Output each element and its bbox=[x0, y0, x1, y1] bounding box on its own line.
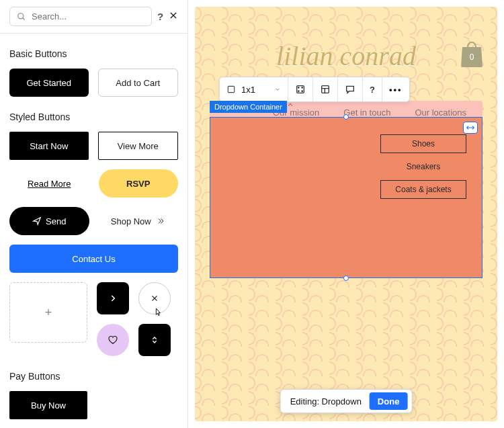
toolbar-layout-button[interactable] bbox=[313, 77, 338, 101]
site-header: lilian conrad bbox=[195, 40, 497, 72]
menu-item-coats[interactable]: Coats & jackets bbox=[380, 180, 466, 199]
add-panel: ? Basic Buttons Get Started Add to Cart … bbox=[0, 0, 188, 428]
toolbar-responsive-button[interactable] bbox=[288, 77, 313, 101]
preset-read-more[interactable]: Read More bbox=[9, 169, 89, 198]
responsive-icon bbox=[295, 84, 306, 95]
chevron-down-icon bbox=[274, 86, 281, 93]
preset-add-to-cart[interactable]: Add to Cart bbox=[98, 69, 179, 97]
svg-point-8 bbox=[298, 87, 299, 88]
cart-bag[interactable]: 0 bbox=[461, 42, 482, 67]
site-preview: lilian conrad 0 1x1 bbox=[195, 7, 497, 421]
section-styled-buttons-title: Styled Buttons bbox=[9, 112, 178, 122]
panel-body: Basic Buttons Get Started Add to Cart St… bbox=[0, 48, 187, 419]
cursor-icon bbox=[153, 307, 163, 318]
preset-rsvp[interactable]: RSVP bbox=[99, 169, 179, 198]
preset-placeholder[interactable]: + bbox=[9, 282, 87, 343]
question-icon: ? bbox=[370, 85, 375, 95]
preset-buy-now[interactable]: Buy Now bbox=[9, 391, 87, 419]
collapse-dropdown-icon[interactable] bbox=[286, 101, 294, 109]
svg-point-11 bbox=[302, 91, 302, 91]
app-root: ? Basic Buttons Get Started Add to Cart … bbox=[0, 0, 504, 428]
selection-label[interactable]: Dropdown Container bbox=[210, 101, 287, 113]
preset-icon-heart[interactable] bbox=[97, 324, 129, 356]
chevron-right-icon bbox=[108, 294, 118, 303]
preset-icon-arrow-right[interactable] bbox=[97, 282, 129, 314]
toolbar-help-button[interactable]: ? bbox=[363, 77, 382, 101]
grid-size-select[interactable]: 1x1 bbox=[220, 77, 288, 101]
done-button[interactable]: Done bbox=[370, 392, 408, 410]
search-icon bbox=[17, 12, 26, 22]
bag-body: 0 bbox=[461, 47, 482, 67]
preset-start-now[interactable]: Start Now bbox=[9, 132, 89, 160]
resize-handle-top[interactable] bbox=[343, 114, 349, 120]
square-icon bbox=[226, 85, 236, 94]
svg-point-9 bbox=[302, 87, 302, 88]
svg-line-1 bbox=[23, 17, 25, 19]
toolbar-comment-button[interactable] bbox=[338, 77, 363, 101]
layout-icon bbox=[320, 84, 331, 95]
double-chevron-right-icon bbox=[155, 217, 166, 225]
preset-shop-now-label: Shop Now bbox=[111, 216, 151, 226]
comment-icon bbox=[345, 84, 355, 95]
editing-mode-bar: Editing: Dropdown Done bbox=[280, 389, 413, 413]
send-icon bbox=[32, 216, 42, 226]
panel-search-row: ? bbox=[0, 0, 187, 34]
heart-icon bbox=[108, 335, 118, 345]
editing-mode-label: Editing: Dropdown bbox=[290, 396, 362, 406]
preset-icon-sort[interactable] bbox=[138, 324, 171, 356]
close-icon bbox=[150, 294, 159, 303]
grid-size-label: 1x1 bbox=[241, 85, 255, 95]
resize-handle-bottom[interactable] bbox=[343, 275, 349, 281]
svg-point-0 bbox=[18, 13, 24, 18]
preset-contact-us[interactable]: Contact Us bbox=[9, 245, 178, 273]
cart-count: 0 bbox=[470, 52, 474, 62]
stretch-horizontal-icon bbox=[466, 124, 475, 131]
section-basic-buttons-title: Basic Buttons bbox=[9, 48, 178, 59]
help-icon[interactable]: ? bbox=[157, 11, 163, 22]
menu-item-shoes[interactable]: Shoes bbox=[380, 134, 466, 153]
preset-send-label: Send bbox=[46, 216, 66, 226]
stretch-handle[interactable] bbox=[463, 122, 478, 134]
dropdown-menu-stack: Shoes Sneakers Coats & jackets bbox=[380, 134, 466, 199]
sort-arrows-icon bbox=[149, 335, 160, 345]
close-panel-button[interactable] bbox=[169, 11, 178, 23]
preset-get-started[interactable]: Get Started bbox=[9, 69, 89, 97]
svg-rect-7 bbox=[297, 86, 304, 93]
element-toolbar: 1x1 ? ••• bbox=[219, 77, 410, 102]
editor-canvas: lilian conrad 0 1x1 bbox=[188, 0, 504, 428]
preset-icon-close-circle[interactable] bbox=[138, 282, 171, 314]
nav-item-contact[interactable]: Get in touch bbox=[343, 108, 390, 118]
preset-send[interactable]: Send bbox=[9, 207, 89, 235]
menu-item-sneakers[interactable]: Sneakers bbox=[380, 157, 466, 176]
nav-item-locations[interactable]: Our locations bbox=[415, 108, 466, 118]
site-brand: lilian conrad bbox=[276, 40, 416, 72]
toolbar-more-button[interactable]: ••• bbox=[382, 77, 409, 101]
preset-view-more[interactable]: View More bbox=[98, 132, 179, 160]
svg-point-10 bbox=[298, 91, 299, 91]
section-pay-buttons-title: Pay Buttons bbox=[9, 371, 178, 382]
search-box[interactable] bbox=[9, 7, 152, 26]
plus-icon: + bbox=[45, 306, 52, 320]
preset-shop-now[interactable]: Shop Now bbox=[99, 207, 179, 235]
search-input[interactable] bbox=[32, 11, 144, 22]
more-icon: ••• bbox=[389, 85, 403, 95]
svg-rect-6 bbox=[228, 86, 234, 92]
